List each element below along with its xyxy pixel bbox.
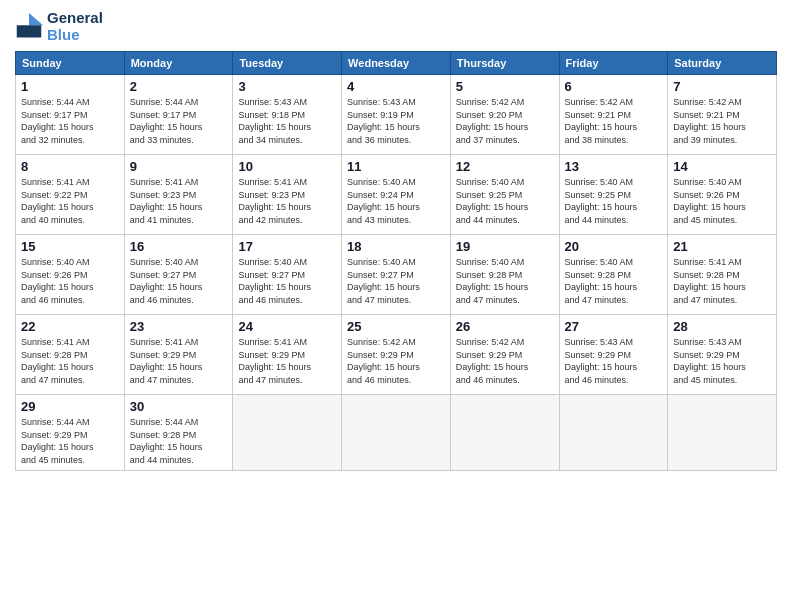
day-number: 23 xyxy=(130,319,228,334)
page: General Blue SundayMondayTuesdayWednesda… xyxy=(0,0,792,612)
calendar-cell: 6 Sunrise: 5:42 AM Sunset: 9:21 PM Dayli… xyxy=(559,75,668,155)
day-info: Sunrise: 5:40 AM Sunset: 9:24 PM Dayligh… xyxy=(347,176,445,226)
day-number: 19 xyxy=(456,239,554,254)
logo-icon xyxy=(15,13,43,41)
day-info: Sunrise: 5:41 AM Sunset: 9:29 PM Dayligh… xyxy=(130,336,228,386)
day-info: Sunrise: 5:42 AM Sunset: 9:29 PM Dayligh… xyxy=(456,336,554,386)
day-number: 6 xyxy=(565,79,663,94)
svg-rect-3 xyxy=(29,25,41,37)
day-number: 24 xyxy=(238,319,336,334)
calendar-cell: 22 Sunrise: 5:41 AM Sunset: 9:28 PM Dayl… xyxy=(16,315,125,395)
day-info: Sunrise: 5:43 AM Sunset: 9:19 PM Dayligh… xyxy=(347,96,445,146)
calendar-cell: 14 Sunrise: 5:40 AM Sunset: 9:26 PM Dayl… xyxy=(668,155,777,235)
day-header-thursday: Thursday xyxy=(450,52,559,75)
calendar-cell: 25 Sunrise: 5:42 AM Sunset: 9:29 PM Dayl… xyxy=(342,315,451,395)
day-number: 22 xyxy=(21,319,119,334)
calendar-table: SundayMondayTuesdayWednesdayThursdayFrid… xyxy=(15,51,777,471)
day-number: 14 xyxy=(673,159,771,174)
calendar-cell: 15 Sunrise: 5:40 AM Sunset: 9:26 PM Dayl… xyxy=(16,235,125,315)
day-info: Sunrise: 5:42 AM Sunset: 9:20 PM Dayligh… xyxy=(456,96,554,146)
header: General Blue xyxy=(15,10,777,43)
calendar-cell: 9 Sunrise: 5:41 AM Sunset: 9:23 PM Dayli… xyxy=(124,155,233,235)
day-header-tuesday: Tuesday xyxy=(233,52,342,75)
calendar-cell: 17 Sunrise: 5:40 AM Sunset: 9:27 PM Dayl… xyxy=(233,235,342,315)
day-info: Sunrise: 5:40 AM Sunset: 9:27 PM Dayligh… xyxy=(238,256,336,306)
day-info: Sunrise: 5:41 AM Sunset: 9:23 PM Dayligh… xyxy=(238,176,336,226)
day-info: Sunrise: 5:44 AM Sunset: 9:17 PM Dayligh… xyxy=(21,96,119,146)
day-info: Sunrise: 5:40 AM Sunset: 9:27 PM Dayligh… xyxy=(130,256,228,306)
calendar-week-row: 22 Sunrise: 5:41 AM Sunset: 9:28 PM Dayl… xyxy=(16,315,777,395)
calendar-cell: 11 Sunrise: 5:40 AM Sunset: 9:24 PM Dayl… xyxy=(342,155,451,235)
calendar-cell: 28 Sunrise: 5:43 AM Sunset: 9:29 PM Dayl… xyxy=(668,315,777,395)
calendar-cell xyxy=(233,395,342,471)
calendar-week-row: 8 Sunrise: 5:41 AM Sunset: 9:22 PM Dayli… xyxy=(16,155,777,235)
day-number: 15 xyxy=(21,239,119,254)
calendar-cell: 13 Sunrise: 5:40 AM Sunset: 9:25 PM Dayl… xyxy=(559,155,668,235)
calendar-cell: 1 Sunrise: 5:44 AM Sunset: 9:17 PM Dayli… xyxy=(16,75,125,155)
calendar-cell: 19 Sunrise: 5:40 AM Sunset: 9:28 PM Dayl… xyxy=(450,235,559,315)
day-info: Sunrise: 5:40 AM Sunset: 9:25 PM Dayligh… xyxy=(565,176,663,226)
day-info: Sunrise: 5:41 AM Sunset: 9:22 PM Dayligh… xyxy=(21,176,119,226)
calendar-cell: 29 Sunrise: 5:44 AM Sunset: 9:29 PM Dayl… xyxy=(16,395,125,471)
day-header-friday: Friday xyxy=(559,52,668,75)
day-info: Sunrise: 5:44 AM Sunset: 9:28 PM Dayligh… xyxy=(130,416,228,466)
day-number: 7 xyxy=(673,79,771,94)
day-number: 16 xyxy=(130,239,228,254)
day-header-saturday: Saturday xyxy=(668,52,777,75)
calendar-cell: 5 Sunrise: 5:42 AM Sunset: 9:20 PM Dayli… xyxy=(450,75,559,155)
calendar-cell: 16 Sunrise: 5:40 AM Sunset: 9:27 PM Dayl… xyxy=(124,235,233,315)
calendar-cell xyxy=(559,395,668,471)
calendar-week-row: 15 Sunrise: 5:40 AM Sunset: 9:26 PM Dayl… xyxy=(16,235,777,315)
calendar-cell: 10 Sunrise: 5:41 AM Sunset: 9:23 PM Dayl… xyxy=(233,155,342,235)
day-info: Sunrise: 5:40 AM Sunset: 9:28 PM Dayligh… xyxy=(456,256,554,306)
day-info: Sunrise: 5:40 AM Sunset: 9:26 PM Dayligh… xyxy=(673,176,771,226)
day-number: 11 xyxy=(347,159,445,174)
calendar-cell: 7 Sunrise: 5:42 AM Sunset: 9:21 PM Dayli… xyxy=(668,75,777,155)
day-info: Sunrise: 5:40 AM Sunset: 9:27 PM Dayligh… xyxy=(347,256,445,306)
day-info: Sunrise: 5:43 AM Sunset: 9:18 PM Dayligh… xyxy=(238,96,336,146)
day-info: Sunrise: 5:43 AM Sunset: 9:29 PM Dayligh… xyxy=(565,336,663,386)
day-info: Sunrise: 5:41 AM Sunset: 9:29 PM Dayligh… xyxy=(238,336,336,386)
day-number: 13 xyxy=(565,159,663,174)
calendar-cell: 8 Sunrise: 5:41 AM Sunset: 9:22 PM Dayli… xyxy=(16,155,125,235)
day-number: 25 xyxy=(347,319,445,334)
calendar-week-row: 29 Sunrise: 5:44 AM Sunset: 9:29 PM Dayl… xyxy=(16,395,777,471)
day-info: Sunrise: 5:43 AM Sunset: 9:29 PM Dayligh… xyxy=(673,336,771,386)
day-info: Sunrise: 5:42 AM Sunset: 9:21 PM Dayligh… xyxy=(565,96,663,146)
day-number: 9 xyxy=(130,159,228,174)
day-number: 28 xyxy=(673,319,771,334)
calendar-cell: 27 Sunrise: 5:43 AM Sunset: 9:29 PM Dayl… xyxy=(559,315,668,395)
calendar-cell: 2 Sunrise: 5:44 AM Sunset: 9:17 PM Dayli… xyxy=(124,75,233,155)
logo-text: General Blue xyxy=(47,10,103,43)
day-info: Sunrise: 5:41 AM Sunset: 9:28 PM Dayligh… xyxy=(673,256,771,306)
day-info: Sunrise: 5:41 AM Sunset: 9:28 PM Dayligh… xyxy=(21,336,119,386)
day-number: 1 xyxy=(21,79,119,94)
day-number: 18 xyxy=(347,239,445,254)
day-number: 3 xyxy=(238,79,336,94)
day-header-sunday: Sunday xyxy=(16,52,125,75)
day-number: 30 xyxy=(130,399,228,414)
day-number: 20 xyxy=(565,239,663,254)
day-info: Sunrise: 5:44 AM Sunset: 9:29 PM Dayligh… xyxy=(21,416,119,466)
day-number: 29 xyxy=(21,399,119,414)
day-number: 4 xyxy=(347,79,445,94)
calendar-cell: 12 Sunrise: 5:40 AM Sunset: 9:25 PM Dayl… xyxy=(450,155,559,235)
svg-rect-1 xyxy=(17,25,29,37)
calendar-cell xyxy=(450,395,559,471)
day-number: 17 xyxy=(238,239,336,254)
day-info: Sunrise: 5:42 AM Sunset: 9:21 PM Dayligh… xyxy=(673,96,771,146)
calendar-header-row: SundayMondayTuesdayWednesdayThursdayFrid… xyxy=(16,52,777,75)
day-info: Sunrise: 5:40 AM Sunset: 9:28 PM Dayligh… xyxy=(565,256,663,306)
calendar-cell xyxy=(342,395,451,471)
day-info: Sunrise: 5:41 AM Sunset: 9:23 PM Dayligh… xyxy=(130,176,228,226)
logo: General Blue xyxy=(15,10,103,43)
day-info: Sunrise: 5:44 AM Sunset: 9:17 PM Dayligh… xyxy=(130,96,228,146)
day-number: 27 xyxy=(565,319,663,334)
day-number: 2 xyxy=(130,79,228,94)
day-header-monday: Monday xyxy=(124,52,233,75)
day-number: 5 xyxy=(456,79,554,94)
day-number: 8 xyxy=(21,159,119,174)
day-number: 12 xyxy=(456,159,554,174)
day-number: 26 xyxy=(456,319,554,334)
calendar-cell: 20 Sunrise: 5:40 AM Sunset: 9:28 PM Dayl… xyxy=(559,235,668,315)
